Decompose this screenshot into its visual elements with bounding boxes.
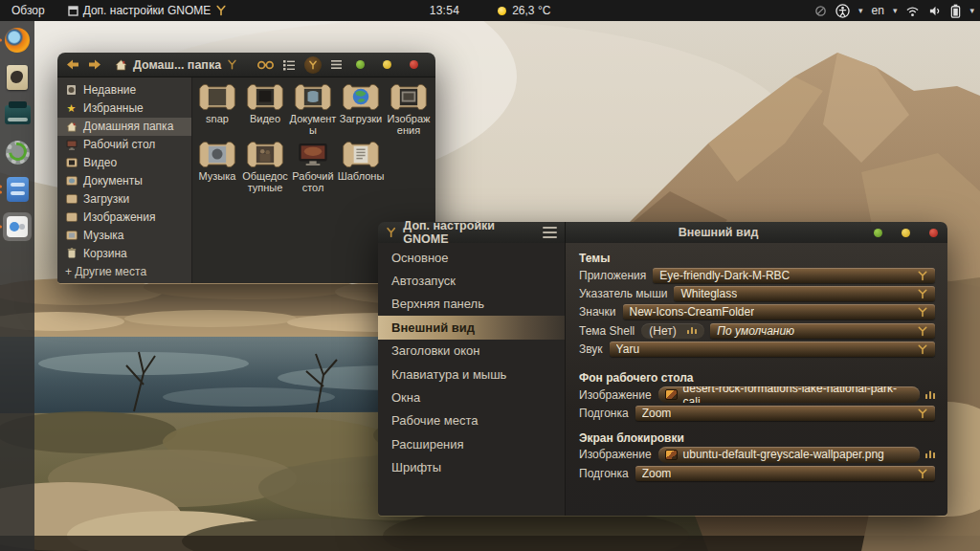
folder-item-videos[interactable]: Видео [241,81,289,137]
tweaks-nav-top-bar[interactable]: Верхняя панель [378,293,565,316]
folder-item-documents[interactable]: Документы [289,81,337,137]
background-fit-select[interactable]: Zoom [635,406,935,421]
sidebar-item-starred[interactable]: ★Избранные [57,99,191,118]
folder-item-downloads[interactable]: Загрузки [337,81,385,137]
sidebar-item-home[interactable]: Домашняя папка [57,118,191,136]
close-button[interactable] [929,229,938,237]
focused-app-menu[interactable]: Доп. настройки GNOME [68,4,228,17]
notifications-off-icon[interactable] [814,5,827,17]
shell-theme-select[interactable]: По умолчанию [710,323,935,339]
tweaks-glyph-icon [308,60,318,70]
volume-icon[interactable] [928,5,942,17]
folder-music-icon [66,231,78,240]
home-icon [66,121,78,132]
folder-icon [196,81,238,113]
sidebar-item-videos[interactable]: Видео [57,154,191,172]
sidebar-item-pictures[interactable]: Изображения [57,208,191,226]
cursor-theme-select[interactable]: Whiteglass [674,286,935,301]
sidebar-item-music[interactable]: Музыка [57,226,191,244]
folder-item-pictures[interactable]: Изображения [385,81,433,137]
dock-item-gnome-tweaks[interactable] [3,212,32,241]
minimize-button[interactable] [874,229,882,237]
app-menu-button[interactable] [543,227,557,238]
sidebar-item-documents[interactable]: Документы [57,172,191,190]
accessibility-icon[interactable] [835,4,850,18]
tweaks-nav-keyboard-mouse[interactable]: Клавиатура и мышь [378,363,565,386]
shell-theme-status-badge: (Нет) [641,323,704,339]
folder-item-music[interactable]: Музыка [193,139,241,194]
sidebar-item-trash[interactable]: Корзина [57,244,191,262]
keyboard-layout-indicator[interactable]: en [872,4,884,17]
folder-video-icon [66,158,78,167]
sidebar-item-desktop[interactable]: Рабочий стол [57,136,191,154]
view-options-button[interactable] [304,56,322,74]
dropdown-arrow-icon [917,306,928,318]
dock-item-software-updater[interactable] [3,138,32,166]
icons-theme-row: Значки New-Icons-CreamFolder [579,303,935,321]
folder-item-public[interactable]: Общедоступные [241,139,289,194]
tweaks-window: Доп. настройки GNOME Внешний вид Основно… [378,222,947,517]
dropdown-arrow-icon [917,325,928,337]
lockscreen-image-chooser[interactable]: ubuntu-default-greyscale-wallpaper.png [658,447,920,463]
folder-icon [388,81,430,113]
clock[interactable]: 13:54 [430,4,460,17]
battery-icon[interactable] [950,4,961,18]
weather-indicator[interactable]: 26,3 °C [498,4,550,17]
tweaks-titlebar[interactable]: Доп. настройки GNOME Внешний вид [378,222,947,243]
close-button[interactable] [410,60,418,69]
tweaks-nav-extensions[interactable]: Расширения [378,432,565,455]
desktop-background-heading: Фон рабочего стола [579,370,935,386]
dock-item-text-editor[interactable] [3,63,32,92]
folder-item-snap[interactable]: snap [193,81,241,137]
sidebar-item-downloads[interactable]: Загрузки [57,189,191,208]
folder-downloads-icon [66,194,78,204]
minimize-button[interactable] [356,60,365,69]
chevron-down-icon: ▾ [858,6,863,15]
sidebar-item-other-places[interactable]: + Другие места [57,262,191,280]
recent-icon [66,84,77,96]
applications-theme-select[interactable]: Eye-friendly-Dark-M-RBC [653,268,935,283]
maximize-button[interactable] [383,60,391,69]
tweaks-nav-workspaces[interactable]: Рабочие места [378,409,565,432]
list-view-icon[interactable] [282,59,296,71]
hamburger-menu-icon[interactable] [330,59,343,70]
file-manager-title: Домаш... папка [115,58,237,72]
back-button[interactable] [65,58,80,72]
sidebar-item-recent[interactable]: Недавние [57,81,191,99]
tweaks-nav-fonts[interactable]: Шрифты [378,456,565,479]
dock-item-firefox[interactable] [3,26,32,55]
lockscreen-fit-select[interactable]: Zoom [635,466,935,481]
sound-theme-select[interactable]: Yaru [610,342,935,357]
dock-item-typewriter-app[interactable] [3,100,32,129]
forward-button[interactable] [87,58,102,72]
folder-pictures-icon [66,212,78,222]
background-image-chooser[interactable]: desert-rock-formations-lake-national-par… [658,386,920,403]
activities-button[interactable]: Обзор [6,4,51,17]
wifi-icon[interactable] [905,5,920,17]
appearance-panel: Темы Приложения Eye-friendly-Dark-M-RBC … [566,243,947,516]
tweaks-nav-windows[interactable]: Окна [378,386,565,408]
tweaks-nav-titlebars[interactable]: Заголовки окон [378,340,565,363]
open-file-icon[interactable] [925,391,936,399]
dock-item-files[interactable] [3,175,32,204]
text-editor-icon [7,65,28,90]
open-file-icon[interactable] [925,451,936,458]
tweaks-nav-appearance[interactable]: Внешний вид [378,316,565,339]
file-manager-titlebar[interactable]: Домаш... папка [57,53,435,77]
dock [0,21,34,551]
dropdown-arrow-icon [917,270,928,281]
desktop-monitor-icon [292,139,334,170]
tweaks-sidebar: Основное Автозапуск Верхняя панель Внешн… [378,243,566,516]
background-image-row: Изображение desert-rock-formations-lake-… [579,386,935,404]
dropdown-arrow-icon [917,468,928,479]
maximize-button[interactable] [902,229,910,237]
folder-item-templates[interactable]: Шаблоны [337,139,385,194]
icons-theme-select[interactable]: New-Icons-CreamFolder [623,304,936,320]
tweaks-nav-startup[interactable]: Автозапуск [378,269,565,292]
search-icon[interactable] [257,59,274,71]
cursor-theme-row: Указатель мыши Whiteglass [579,284,935,302]
top-panel: Обзор Доп. настройки GNOME 13:54 26,3 °C… [0,0,980,21]
folder-item-desktop[interactable]: Рабочий стол [289,139,337,194]
tweaks-app-glyph-icon [386,227,396,238]
tweaks-nav-general[interactable]: Основное [378,246,565,269]
